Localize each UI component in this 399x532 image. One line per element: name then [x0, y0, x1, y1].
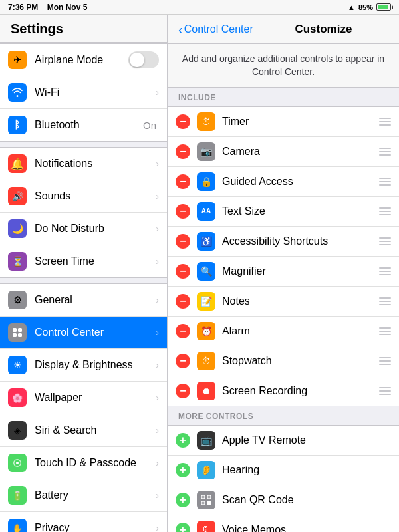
controlcenter-chevron: ›: [156, 327, 159, 338]
guided-access-drag-handle[interactable]: [379, 178, 391, 186]
back-label: Control Center: [184, 23, 253, 35]
remove-timer-button[interactable]: −: [176, 114, 190, 129]
stopwatch-drag-handle[interactable]: [379, 357, 391, 365]
control-item-magnifier[interactable]: − 🔍 Magnifier: [168, 257, 399, 287]
remove-accessibility-button[interactable]: −: [176, 234, 190, 249]
control-item-alarm[interactable]: − ⏰ Alarm: [168, 317, 399, 346]
right-header: ‹ Control Center Customize: [168, 15, 399, 44]
settings-item-battery[interactable]: 🔋 Battery ›: [0, 479, 167, 512]
remove-magnifier-button[interactable]: −: [176, 264, 190, 279]
controlcenter-icon: [8, 323, 27, 342]
wifi-icon: ▲: [348, 3, 355, 11]
right-panel: ‹ Control Center Customize Add and organ…: [168, 15, 399, 532]
timer-label: Timer: [222, 116, 374, 128]
remove-screen-recording-button[interactable]: −: [176, 384, 190, 398]
settings-item-screentime[interactable]: ⏳ Screen Time ›: [0, 245, 167, 277]
bluetooth-icon: ᛒ: [8, 116, 27, 134]
settings-item-dnd[interactable]: 🌙 Do Not Disturb ›: [0, 213, 167, 245]
scan-qr-label: Scan QR Code: [222, 494, 391, 506]
control-item-voice-memos[interactable]: + 🎙 Voice Memos: [168, 515, 399, 532]
control-item-hearing[interactable]: + 👂 Hearing: [168, 456, 399, 485]
settings-item-general[interactable]: ⚙ General ›: [0, 284, 167, 317]
control-item-guided-access[interactable]: − 🔒 Guided Access: [168, 167, 399, 197]
control-item-scan-qr[interactable]: +: [168, 485, 399, 515]
touchid-label: Touch ID & Passcode: [35, 457, 153, 469]
display-icon: ☀: [8, 356, 27, 374]
settings-item-wifi[interactable]: Wi-Fi ›: [0, 76, 167, 109]
add-voice-memos-button[interactable]: +: [176, 523, 190, 532]
notes-drag-handle[interactable]: [379, 297, 391, 305]
description-box: Add and organize additional controls to …: [168, 44, 399, 88]
svg-rect-0: [13, 328, 17, 332]
magnifier-label: Magnifier: [222, 265, 374, 277]
remove-stopwatch-button[interactable]: −: [176, 354, 190, 368]
remove-camera-button[interactable]: −: [176, 144, 190, 159]
timer-drag-handle[interactable]: [379, 118, 391, 126]
camera-label: Camera: [222, 146, 374, 158]
control-item-stopwatch[interactable]: − ⏱ Stopwatch: [168, 346, 399, 376]
hearing-label: Hearing: [222, 464, 391, 476]
sounds-label: Sounds: [35, 190, 153, 202]
voice-memos-label: Voice Memos: [222, 524, 391, 532]
notifications-chevron: ›: [156, 158, 159, 169]
svg-rect-14: [209, 503, 211, 505]
text-size-label: Text Size: [222, 205, 374, 217]
back-button[interactable]: ‹ Control Center: [178, 23, 253, 36]
magnifier-drag-handle[interactable]: [379, 267, 391, 275]
control-item-camera[interactable]: − 📷 Camera: [168, 137, 399, 167]
svg-rect-6: [203, 496, 204, 497]
wallpaper-icon: 🌸: [8, 388, 27, 407]
remove-text-size-button[interactable]: −: [176, 204, 190, 219]
settings-item-sounds[interactable]: 🔊 Sounds ›: [0, 180, 167, 213]
battery-label: Battery: [35, 489, 153, 501]
bluetooth-value: On: [143, 120, 156, 131]
accessibility-drag-handle[interactable]: [379, 237, 391, 245]
remove-notes-button[interactable]: −: [176, 294, 190, 309]
settings-item-wallpaper[interactable]: 🌸 Wallpaper ›: [0, 382, 167, 414]
remove-guided-access-button[interactable]: −: [176, 174, 190, 189]
settings-item-notifications[interactable]: 🔔 Notifications ›: [0, 148, 167, 180]
add-appletv-button[interactable]: +: [176, 433, 190, 448]
alarm-label: Alarm: [222, 325, 374, 337]
settings-item-touchid[interactable]: Touch ID & Passcode ›: [0, 447, 167, 479]
display-label: Display & Brightness: [35, 359, 153, 371]
magnifier-icon: 🔍: [197, 262, 215, 281]
airplane-mode-toggle[interactable]: [128, 51, 159, 68]
accessibility-label: Accessibility Shortcuts: [222, 235, 374, 247]
camera-drag-handle[interactable]: [379, 148, 391, 156]
add-hearing-button[interactable]: +: [176, 463, 190, 477]
voice-memos-icon: 🎙: [197, 521, 215, 532]
general-icon: ⚙: [8, 291, 27, 309]
control-item-text-size[interactable]: − AA Text Size: [168, 197, 399, 227]
control-item-accessibility[interactable]: − ♿ Accessibility Shortcuts: [168, 227, 399, 257]
screentime-label: Screen Time: [35, 255, 153, 267]
more-controls-header: MORE CONTROLS: [168, 406, 399, 425]
add-scan-qr-button[interactable]: +: [176, 493, 190, 507]
sounds-chevron: ›: [156, 191, 159, 201]
siri-chevron: ›: [156, 425, 159, 436]
bluetooth-label: Bluetooth: [35, 119, 143, 131]
alarm-drag-handle[interactable]: [379, 327, 391, 335]
battery-icon-left: 🔋: [8, 486, 27, 505]
settings-group-network: ✈ Airplane Mode Wi-Fi › ᛒ: [0, 43, 167, 142]
settings-item-siri[interactable]: ◈ Siri & Search ›: [0, 414, 167, 447]
accessibility-icon: ♿: [197, 232, 215, 251]
control-item-screen-recording[interactable]: − ⏺ Screen Recording: [168, 376, 399, 406]
settings-item-controlcenter[interactable]: Control Center ›: [0, 317, 167, 349]
description-text: Add and organize additional controls to …: [178, 52, 388, 79]
control-item-appletv[interactable]: + 📺 Apple TV Remote: [168, 426, 399, 456]
text-size-drag-handle[interactable]: [379, 207, 391, 215]
settings-item-airplane[interactable]: ✈ Airplane Mode: [0, 44, 167, 76]
control-item-notes[interactable]: − 📝 Notes: [168, 287, 399, 317]
battery-percent: 85%: [358, 3, 373, 11]
settings-item-privacy[interactable]: ✋ Privacy ›: [0, 512, 167, 532]
remove-alarm-button[interactable]: −: [176, 324, 190, 338]
settings-item-display[interactable]: ☀ Display & Brightness ›: [0, 349, 167, 382]
screen-recording-icon: ⏺: [197, 382, 215, 400]
settings-panel: Settings ✈ Airplane Mode Wi-Fi: [0, 15, 168, 532]
settings-item-bluetooth[interactable]: ᛒ Bluetooth On: [0, 109, 167, 141]
svg-rect-13: [207, 503, 209, 505]
screen-recording-drag-handle[interactable]: [379, 387, 391, 395]
settings-group-general: ⚙ General › Control Center › ☀ D: [0, 283, 167, 532]
control-item-timer[interactable]: − ⏱ Timer: [168, 107, 399, 137]
